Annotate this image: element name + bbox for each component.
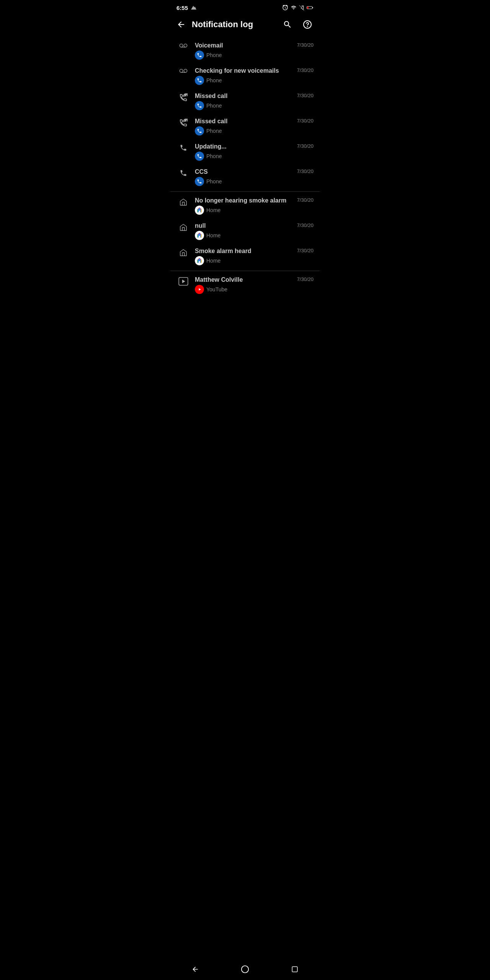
notif-header: No longer hearing smoke alarm 7/30/20 [195,197,314,204]
notif-content: null 7/30/20 Home [195,222,314,240]
svg-marker-16 [182,279,185,283]
notif-header: Checking for new voicemails 7/30/20 [195,67,314,74]
notif-main-icon [176,118,190,127]
notif-header: CCS 7/30/20 [195,168,314,175]
notif-sub: Home [195,231,314,240]
notif-app-icon [195,206,204,215]
help-icon [303,20,312,29]
notification-item[interactable]: Missed call 7/30/20 Phone [170,89,320,114]
svg-rect-4 [312,7,313,8]
notif-app-name: Home [206,232,220,238]
status-icons [282,5,314,11]
notif-main-icon [176,168,190,177]
wifi-icon [291,5,297,10]
page-title: Notification log [192,20,278,29]
notif-app-name: Phone [206,103,222,109]
notification-item[interactable]: Matthew Colville 7/30/20 YouTube [170,273,320,298]
notif-content: Checking for new voicemails 7/30/20 Phon… [195,67,314,85]
svg-rect-3 [307,7,309,8]
notif-content: Smoke alarm heard 7/30/20 Home [195,248,314,265]
notif-app-icon [195,126,204,136]
notification-item[interactable]: null 7/30/20 Home [170,219,320,244]
notif-sub: Phone [195,76,314,85]
notif-sub: Phone [195,126,314,136]
notif-title: CCS [195,168,294,175]
notif-title: Matthew Colville [195,276,294,283]
notif-header: Missed call 7/30/20 [195,93,314,100]
notif-date: 7/30/20 [297,67,314,73]
alarm-icon [282,5,288,11]
notif-header: Smoke alarm heard 7/30/20 [195,248,314,255]
notif-app-name: Phone [206,77,222,83]
battery-icon [307,5,314,10]
notif-content: Missed call 7/30/20 Phone [195,118,314,136]
notif-sub: Phone [195,177,314,186]
notif-title: No longer hearing smoke alarm [195,197,294,204]
notification-item[interactable]: Smoke alarm heard 7/30/20 Home [170,244,320,269]
svg-point-8 [184,44,187,47]
notif-header: null 7/30/20 [195,222,314,229]
notif-date: 7/30/20 [297,93,314,98]
notif-app-icon [195,76,204,85]
notif-content: Voicemail 7/30/20 Phone [195,42,314,60]
notif-main-icon [176,197,190,206]
notif-header: Missed call 7/30/20 [195,118,314,125]
signal-icon [299,5,304,10]
notif-date: 7/30/20 [297,42,314,48]
notif-app-name: Phone [206,153,222,159]
notif-date: 7/30/20 [297,222,314,228]
search-button[interactable] [278,15,297,34]
notif-app-icon [195,51,204,60]
notif-content: Matthew Colville 7/30/20 YouTube [195,276,314,294]
notif-sub: Home [195,256,314,265]
help-button[interactable] [298,15,317,34]
notif-sub: Phone [195,51,314,60]
notif-app-icon [195,256,204,265]
notif-app-icon [195,152,204,161]
notif-sub: YouTube [195,285,314,294]
notif-title: Smoke alarm heard [195,248,294,255]
notif-header: Voicemail 7/30/20 [195,42,314,49]
notif-content: Missed call 7/30/20 Phone [195,93,314,110]
status-time: 6:55 [176,5,188,11]
notif-app-icon [195,285,204,294]
notification-item[interactable]: No longer hearing smoke alarm 7/30/20 Ho… [170,193,320,219]
notification-item[interactable]: Voicemail 7/30/20 Phone [170,38,320,64]
notif-content: Updating... 7/30/20 Phone [195,143,314,161]
notification-item[interactable]: Checking for new voicemails 7/30/20 Phon… [170,64,320,89]
back-button[interactable] [172,15,190,34]
notif-main-icon [176,67,190,74]
notif-content: CCS 7/30/20 Phone [195,168,314,186]
notif-date: 7/30/20 [297,143,314,149]
svg-point-7 [180,44,183,47]
app-bar: Notification log [170,14,320,35]
notif-title: Missed call [195,118,294,125]
notif-main-icon [176,276,190,286]
notif-date: 7/30/20 [297,118,314,124]
notif-app-name: Home [206,207,220,213]
svg-point-6 [307,26,308,27]
status-bar: 6:55 [170,0,320,14]
section-divider [170,191,320,192]
notif-main-icon [176,222,190,232]
notif-header: Updating... 7/30/20 [195,143,314,150]
section-divider [170,271,320,271]
notif-date: 7/30/20 [297,197,314,203]
notif-content: No longer hearing smoke alarm 7/30/20 Ho… [195,197,314,215]
notif-sub: Home [195,206,314,215]
mountain-icon [190,5,196,10]
notif-title: Missed call [195,93,294,100]
notif-app-name: Phone [206,178,222,185]
notif-app-icon [195,101,204,110]
notif-app-name: Phone [206,52,222,58]
notification-item[interactable]: Missed call 7/30/20 Phone [170,114,320,139]
notification-item[interactable]: Updating... 7/30/20 Phone [170,139,320,165]
notif-title: Checking for new voicemails [195,67,294,74]
notif-date: 7/30/20 [297,276,314,282]
svg-point-11 [180,69,183,72]
svg-point-12 [184,69,187,72]
notification-item[interactable]: CCS 7/30/20 Phone [170,165,320,190]
notif-title: Voicemail [195,42,294,49]
notif-header: Matthew Colville 7/30/20 [195,276,314,283]
notif-date: 7/30/20 [297,248,314,253]
